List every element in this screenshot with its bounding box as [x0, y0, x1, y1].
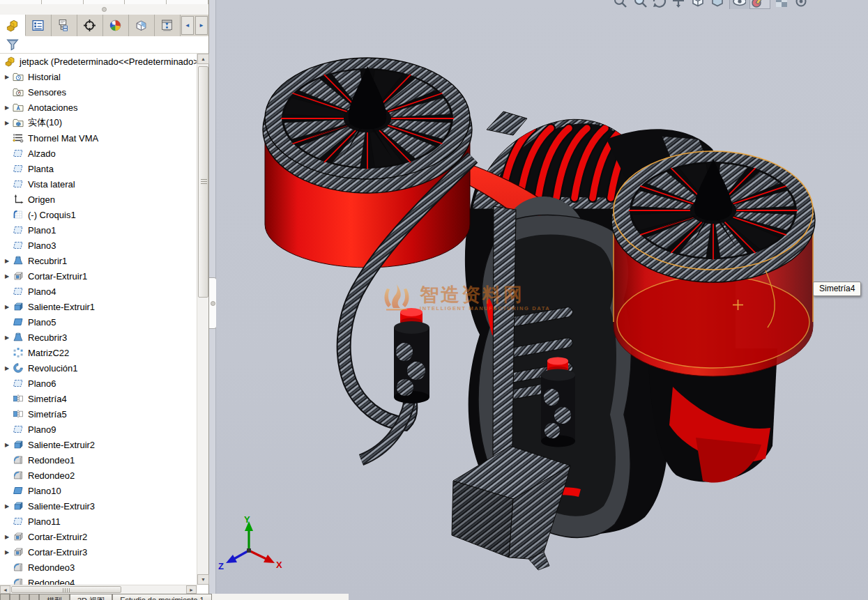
panel-horizontal-splitter[interactable]	[0, 4, 208, 15]
propertymanager-tab[interactable]	[26, 15, 52, 36]
tree-item[interactable]: Plano6	[0, 376, 197, 391]
tab-scroll-cell[interactable]	[0, 594, 10, 600]
expand-arrow-icon[interactable]: ▶	[1, 105, 13, 111]
tree-item[interactable]: Plano10	[0, 483, 197, 498]
tree-item[interactable]: Plano11	[0, 514, 197, 529]
tab-scroll-left-button[interactable]: ◄	[181, 16, 194, 35]
rotate-view-icon[interactable]	[651, 0, 667, 9]
tree-item[interactable]: ▶Anotaciones	[0, 100, 197, 115]
left-fan[interactable]	[263, 58, 472, 268]
print3d-tab[interactable]	[155, 15, 181, 36]
filter-funnel-icon[interactable]	[6, 38, 20, 52]
model-tab[interactable]: 3D 视图	[70, 594, 112, 600]
view-settings-icon[interactable]	[793, 0, 809, 9]
tree-item[interactable]: Vista lateral	[0, 176, 197, 192]
edit-appearance-icon[interactable]	[750, 0, 770, 9]
apply-scene-icon[interactable]	[774, 0, 790, 9]
expand-arrow-icon[interactable]: ▶	[1, 304, 13, 310]
tree-item[interactable]: Redondeo3	[0, 560, 197, 575]
tab-scroll-cell[interactable]	[10, 594, 20, 600]
expand-arrow-icon[interactable]: ▶	[1, 534, 13, 540]
tree-item[interactable]: ▶Historial	[0, 69, 197, 84]
panel-vertical-splitter[interactable]	[209, 0, 216, 600]
fillet-icon	[13, 562, 24, 573]
tree-item[interactable]: ▶Recubrir1	[0, 253, 197, 268]
tree-item[interactable]: ▶实体(10)	[0, 115, 197, 130]
scroll-down-button[interactable]: ▼	[197, 574, 209, 585]
configurationmanager-tab[interactable]	[52, 15, 77, 36]
tree-item[interactable]: Plano5	[0, 314, 197, 330]
tree-item[interactable]: Plano9	[0, 422, 197, 437]
tree-item[interactable]: Redondeo2	[0, 468, 197, 483]
left-grip-handle[interactable]	[361, 308, 429, 460]
graphics-viewport[interactable]: Y X Z 智造资料网 INTELLIGENT	[216, 0, 868, 600]
displaymanager-tab[interactable]	[103, 15, 129, 36]
tree-item[interactable]: Redondeo4	[0, 575, 197, 585]
tree-item[interactable]: Plano3	[0, 238, 197, 253]
tree-item[interactable]: ▶Cortar-Extruir3	[0, 544, 197, 560]
tree-item[interactable]: Thornel Mat VMA	[0, 130, 197, 146]
tab-scroll-cell[interactable]	[29, 594, 39, 600]
tree-item[interactable]: ▶Recubrir3	[0, 330, 197, 345]
view-orientation-icon[interactable]	[690, 0, 706, 9]
right-fan-selected[interactable]	[611, 151, 815, 376]
expand-arrow-icon[interactable]: ▶	[1, 120, 13, 126]
carbon-box[interactable]	[452, 446, 570, 570]
hide-show-items-icon[interactable]	[730, 0, 750, 9]
tree-horizontal-scrollbar[interactable]: ◄ ►	[0, 585, 197, 594]
expand-arrow-icon[interactable]: ▶	[1, 273, 13, 279]
expand-arrow-icon[interactable]: ▶	[1, 258, 13, 264]
tree-item[interactable]: Origen	[0, 192, 197, 207]
tree-item-label: Revolución1	[28, 363, 78, 374]
scroll-up-button[interactable]: ▲	[197, 54, 209, 64]
tree-item[interactable]: ▶Cortar-Extruir2	[0, 529, 197, 544]
tree-item[interactable]: Plano4	[0, 284, 197, 299]
zoom-window-icon[interactable]	[612, 0, 628, 9]
model-tab[interactable]: 模型	[39, 594, 70, 600]
heads-up-view-toolbar[interactable]	[612, 0, 863, 9]
tree-item-label: Cortar-Extruir1	[28, 271, 87, 282]
tree-item-label: Anotaciones	[28, 102, 78, 113]
expand-arrow-icon[interactable]: ▶	[1, 334, 13, 341]
graphics-viewer-tab[interactable]	[129, 15, 155, 36]
tree-item[interactable]: ▶Saliente-Extruir1	[0, 299, 197, 314]
dimxpertmanager-tab[interactable]	[77, 15, 103, 36]
scroll-right-button[interactable]: ►	[186, 585, 197, 594]
boss-extrude-icon	[13, 439, 24, 450]
tree-item[interactable]: Sensores	[0, 84, 197, 100]
tab-scroll-right-button[interactable]: ►	[195, 16, 208, 35]
tree-item[interactable]: ▶Cortar-Extruir1	[0, 268, 197, 284]
expand-arrow-icon[interactable]: ▶	[1, 74, 13, 80]
tree-item[interactable]: ▶Saliente-Extruir3	[0, 498, 197, 514]
zoom-fit-icon[interactable]	[632, 0, 648, 9]
model-tabs-bar[interactable]: 模型3D 视图Estudio de movimiento 1	[0, 594, 349, 600]
tree-item[interactable]: Plano1	[0, 222, 197, 238]
expand-arrow-icon[interactable]: ▶	[1, 365, 13, 371]
tree-item[interactable]: Simetría5	[0, 406, 197, 422]
expand-arrow-icon[interactable]: ▶	[1, 442, 13, 448]
tree-root-item[interactable]: jetpack (Predeterminado<<Predeterminado>	[0, 54, 197, 69]
tree-item[interactable]: Redondeo1	[0, 452, 197, 468]
tree-item-label: 实体(10)	[28, 116, 62, 129]
tree-item-label: Saliente-Extruir3	[28, 501, 95, 511]
horizontal-scroll-thumb[interactable]	[11, 586, 121, 593]
tree-item[interactable]: ▶Revolución1	[0, 360, 197, 376]
expand-arrow-icon[interactable]: ▶	[1, 549, 13, 555]
featuremanager-tab[interactable]	[0, 15, 26, 36]
display-style-icon[interactable]	[710, 0, 726, 9]
tree-item[interactable]: MatrizC22	[0, 345, 197, 360]
tab-scroll-cell[interactable]	[20, 594, 29, 600]
tree-item[interactable]: Simetría4	[0, 391, 197, 406]
tree-item[interactable]: (-) Croquis1	[0, 207, 197, 222]
tree-item[interactable]: ▶Saliente-Extruir2	[0, 437, 197, 452]
tree-item[interactable]: Alzado	[0, 146, 197, 161]
model-tab[interactable]: Estudio de movimiento 1	[112, 594, 211, 600]
jetpack-3d-model[interactable]: Y X Z	[216, 0, 868, 600]
tree-item[interactable]: Planta	[0, 161, 197, 176]
expand-arrow-icon[interactable]: ▶	[1, 503, 13, 509]
tree-vertical-scrollbar[interactable]: ▲ ▼	[197, 54, 208, 585]
vertical-scroll-thumb[interactable]	[198, 66, 208, 298]
plane-filled-icon	[13, 316, 24, 328]
scroll-left-button[interactable]: ◄	[0, 585, 10, 594]
pan-icon[interactable]	[671, 0, 687, 9]
